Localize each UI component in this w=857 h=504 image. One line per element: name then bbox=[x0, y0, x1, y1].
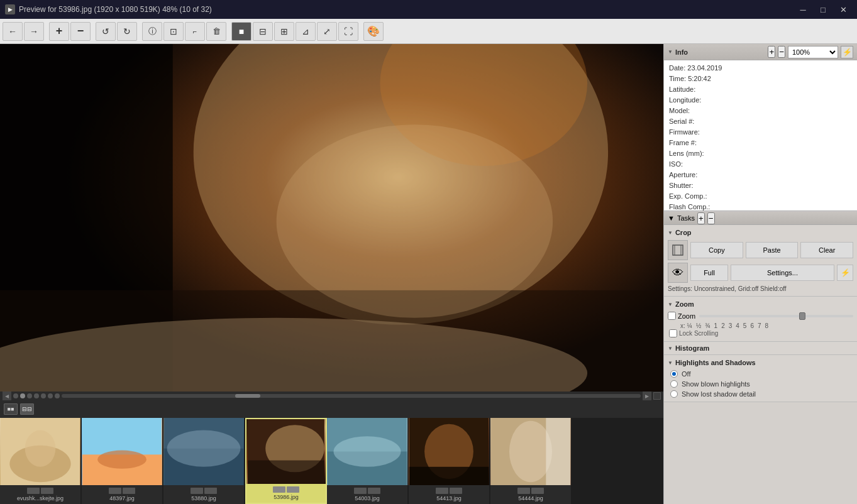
view-double-button[interactable]: ⊟ bbox=[253, 22, 273, 41]
crop-settings-button[interactable]: Settings... bbox=[731, 265, 834, 281]
zoom-level-6[interactable]: 6 bbox=[750, 322, 754, 329]
hs-radio-shadow[interactable] bbox=[670, 390, 678, 398]
h-scrollbar-track[interactable] bbox=[62, 394, 641, 398]
fullscreen-button[interactable]: ⛶ bbox=[338, 22, 358, 41]
hs-radio-blown[interactable] bbox=[670, 380, 678, 388]
clear-button[interactable]: Clear bbox=[800, 242, 853, 258]
info-shutter: Shutter: bbox=[669, 180, 852, 191]
paste-button[interactable]: Paste bbox=[746, 242, 799, 258]
film-btn-right[interactable] bbox=[204, 488, 217, 494]
zoom-section-header[interactable]: ▼ Zoom bbox=[668, 300, 853, 308]
crop-full-button[interactable]: Full bbox=[690, 265, 728, 281]
view-quad-button[interactable]: ⊿ bbox=[296, 22, 316, 41]
fit-window-button[interactable]: ⊡ bbox=[163, 22, 184, 41]
scroll-right-btn[interactable]: ▶ bbox=[643, 392, 651, 400]
close-button[interactable]: ✕ bbox=[834, 3, 852, 16]
crop-tool-main[interactable] bbox=[668, 240, 688, 260]
film-buttons bbox=[191, 488, 217, 494]
zoom-level-4[interactable]: 4 bbox=[736, 322, 739, 329]
zoom-out-button[interactable]: − bbox=[70, 22, 91, 41]
maximize-button[interactable]: □ bbox=[814, 3, 832, 16]
crop-settings-text: Settings: Unconstrained, Grid:off Shield… bbox=[668, 285, 853, 292]
zoom-level-1[interactable]: 1 bbox=[714, 322, 718, 329]
lock-scroll-row: Lock Scrolling bbox=[668, 329, 853, 337]
zoom-in-button[interactable]: + bbox=[49, 22, 69, 41]
crop-collapse-arrow: ▼ bbox=[668, 230, 673, 236]
zoom-checkbox[interactable] bbox=[668, 312, 676, 320]
film-item[interactable]: 48397.jpg bbox=[82, 418, 163, 504]
hs-option-shadow[interactable]: Show lost shadow detail bbox=[670, 390, 853, 398]
film-btn-right[interactable] bbox=[41, 488, 53, 494]
hs-option-off[interactable]: Off bbox=[670, 370, 853, 378]
film-btn-left[interactable] bbox=[27, 488, 40, 494]
tasks-remove-btn[interactable]: − bbox=[707, 212, 715, 224]
rotate-ccw-button[interactable]: ↺ bbox=[96, 22, 116, 41]
info-button[interactable]: ⓘ bbox=[142, 22, 162, 41]
delete-button[interactable]: 🗑 bbox=[206, 22, 226, 41]
hs-option-blown[interactable]: Show blown highlights bbox=[670, 380, 853, 388]
fit-all-button[interactable]: ⤢ bbox=[317, 22, 337, 41]
zoom-slider-track[interactable] bbox=[699, 315, 853, 317]
hs-radio-off[interactable] bbox=[670, 370, 678, 378]
info-content[interactable]: Date: 23.04.2019 Time: 5:20:42 Latitude:… bbox=[664, 60, 857, 211]
film-btn-right[interactable] bbox=[123, 488, 135, 494]
film-btn-left[interactable] bbox=[191, 488, 203, 494]
zoom-level-34[interactable]: ¾ bbox=[705, 322, 710, 329]
crop-flash-button[interactable]: ⚡ bbox=[837, 265, 853, 281]
film-btn-right[interactable] bbox=[450, 488, 462, 494]
film-btn-left[interactable] bbox=[436, 488, 448, 494]
film-btn-right[interactable] bbox=[368, 488, 380, 494]
crop-apply-button[interactable]: ⌐ bbox=[185, 22, 205, 41]
film-thumbnail bbox=[0, 418, 80, 485]
histogram-header[interactable]: ▼ Histogram bbox=[668, 344, 853, 352]
copy-button[interactable]: Copy bbox=[690, 242, 743, 258]
zoom-level-8[interactable]: 8 bbox=[765, 322, 769, 329]
rotate-cw-button[interactable]: ↻ bbox=[117, 22, 137, 41]
film-buttons bbox=[436, 488, 462, 494]
film-btn-left[interactable] bbox=[517, 488, 530, 494]
forward-button[interactable]: → bbox=[24, 22, 44, 41]
film-btn-left[interactable] bbox=[354, 488, 367, 494]
film-item[interactable]: 54413.jpg bbox=[409, 418, 490, 504]
zoom-level-7[interactable]: 7 bbox=[758, 322, 761, 329]
scroll-corner[interactable] bbox=[653, 392, 661, 400]
tasks-add-btn[interactable]: + bbox=[697, 212, 705, 224]
view-single-button[interactable]: ■ bbox=[231, 22, 252, 41]
info-add-btn[interactable]: + bbox=[768, 46, 775, 58]
film-item[interactable]: evushk...skejte.jpg bbox=[0, 418, 82, 504]
film-btn-left[interactable] bbox=[273, 486, 285, 493]
tasks-section-title: Tasks bbox=[677, 214, 695, 222]
minimize-button[interactable]: ─ bbox=[794, 3, 812, 16]
film-item[interactable]: 53880.jpg bbox=[163, 418, 245, 504]
zoom-select[interactable]: 100% 50% 75% 200% bbox=[788, 46, 838, 58]
film-item[interactable]: 54003.jpg bbox=[327, 418, 409, 504]
film-btn-right[interactable] bbox=[531, 488, 544, 494]
hs-header[interactable]: ▼ Highlights and Shadows bbox=[668, 359, 853, 366]
film-item-active[interactable]: 53986.jpg bbox=[245, 418, 327, 504]
crop-eye-tool[interactable]: 👁 bbox=[668, 263, 688, 283]
film-item[interactable]: 54444.jpg bbox=[490, 418, 572, 504]
color-button[interactable]: 🎨 bbox=[363, 22, 384, 41]
zoom-level-5[interactable]: 5 bbox=[743, 322, 747, 329]
info-flash-btn[interactable]: ⚡ bbox=[841, 46, 853, 58]
filmstrip-view-btn1[interactable]: ■■ bbox=[4, 403, 18, 415]
zoom-label: Zoom bbox=[678, 312, 695, 320]
info-remove-btn[interactable]: − bbox=[778, 46, 785, 58]
zoom-level-quarter[interactable]: x: ¼ bbox=[680, 322, 692, 329]
scroll-left-btn[interactable]: ◀ bbox=[3, 392, 11, 400]
filmstrip-view-btn2[interactable]: ⊟⊟ bbox=[20, 403, 34, 415]
h-scrollbar-thumb[interactable] bbox=[235, 394, 260, 398]
view-triple-button[interactable]: ⊞ bbox=[274, 22, 294, 41]
zoom-level-2[interactable]: 2 bbox=[721, 322, 725, 329]
tasks-section-header[interactable]: ▼ Tasks + − bbox=[664, 211, 857, 225]
zoom-level-3[interactable]: 3 bbox=[729, 322, 733, 329]
info-section-header[interactable]: ▼ Info + − 100% 50% 75% 200% ⚡ bbox=[664, 44, 857, 60]
zoom-slider-thumb[interactable] bbox=[799, 312, 805, 320]
lock-scroll-checkbox[interactable] bbox=[669, 329, 677, 337]
zoom-level-half[interactable]: ½ bbox=[696, 322, 701, 329]
info-date: Date: 23.04.2019 bbox=[669, 63, 852, 74]
film-btn-right[interactable] bbox=[287, 486, 299, 493]
back-button[interactable]: ← bbox=[3, 22, 23, 41]
crop-header[interactable]: ▼ Crop bbox=[668, 229, 853, 236]
film-btn-left[interactable] bbox=[109, 488, 121, 494]
